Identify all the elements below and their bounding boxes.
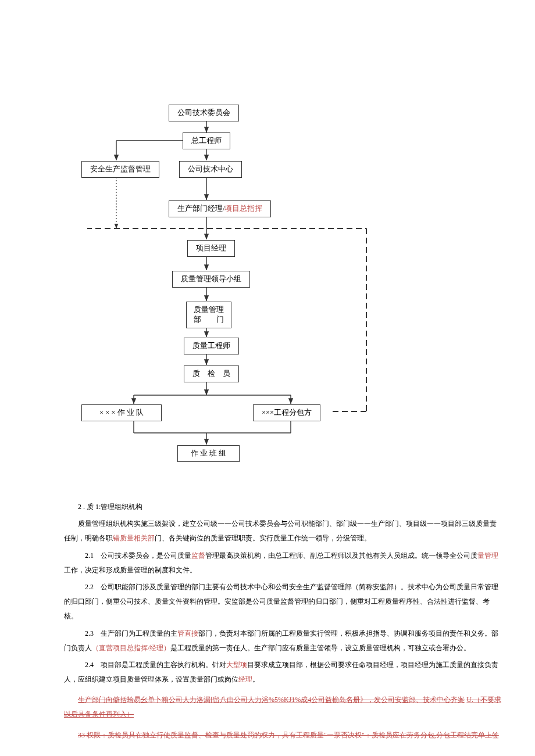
p24-e: 。 [252,675,259,683]
node-production-manager-text: 生产部门经理/ [177,205,224,213]
node-tech-center: 公司技术中心 [179,161,242,178]
p24-d: 经理 [238,675,252,683]
node-project-commander-text: 项目总指挥 [224,205,262,213]
node-quality-dept: 质量管理 部 门 [186,302,231,328]
node-subcontractor: ×××工程分包方 [253,404,320,421]
node-tech-committee: 公司技术委员会 [169,105,239,121]
para-2-1: 2.1 公司技术委员会，是公司质量监督管理最高决策机构，由总工程师、副总工程师以… [64,549,503,578]
p1-suffix: 门、各关键岗位的质量管理职责。实行质量工作统一领导，分级管理。 [155,534,371,542]
node-quality-leading-group: 质量管理领导小组 [172,271,250,288]
node-work-team: × × × 作 业 队 [81,404,162,421]
p23-e: 是工程质量的第一责任人。生产部门应有质量主管领导，设立质量管理机构，可独立或合署… [170,644,470,652]
para-crossed-1: 生产部门向僻括蛤易幺单卜粮公司人力洛漏[留八由公司人力浴%5%KJ1%成4公司益… [64,693,503,722]
para-2-3: 2.3 生产部门为工程质量的主管直接部门，负责对本部门所属的工程质量实行管理，积… [64,626,503,655]
crossed2: 33 权限：质检员具在独立行使质量监督、检查与质量处罚的权力，具有工程质量"一票… [78,731,499,739]
p21-c: 管理最高决策机构，由总工程师、副总工程师以及其他有关人员组成。统一领导全公司质 [205,551,477,560]
node-safety-supervision: 安全生产监督管理 [81,161,159,178]
p21-a: 2.1 公司技术委员会，是公司质量 [85,551,191,560]
document-body: 2 . 质 1:管理组织机构 质量管理组织机构实施三级架设，建立公司级一一公司技… [0,500,535,743]
node-inspector: 质 检 员 [184,366,239,382]
node-chief-engineer: 总工程师 [183,132,230,149]
node-production-manager: 生产部门经理/项目总指挥 [169,200,271,217]
p21-d: 量管理 [477,551,498,560]
p24-b: 大型项 [226,661,247,669]
p23-b: 管直接 [177,629,198,637]
node-work-group: 作 业 班 组 [177,445,240,462]
para-2-2: 2.2 公司职能部门涉及质量管理的部门主要有公司技术中心和公司安全生产监督管理部… [64,580,503,624]
p21-b: 监督 [191,551,205,560]
para-2-4: 2.4 项目部是工程质量的主容执行机构。针对大型项目要求成立项目部，根据公司要求… [64,658,503,687]
node-quality-engineer: 质量工程师 [184,338,239,354]
para-crossed-2: 33 权限：质检员具在独立行使质量监督、检查与质量处罚的权力，具有工程质量"一票… [64,728,503,743]
crossed1a: 生产部门向僻括蛤易幺单卜粮公司人力洛漏[留八由公司人力浴%5%KJ1%成4公司益… [78,696,465,704]
para-org-structure: 质量管理组织机构实施三级架设，建立公司级一一公司技术委员会与公司职能部门、部门级… [64,517,503,546]
p23-a: 2.3 生产部门为工程质量的主 [85,629,177,637]
node-project-manager: 项目经理 [187,240,235,257]
p23-d: （直营项目总指挥/经理） [92,644,170,652]
p21-e: 工作，决定和形成质量管理的制度和文件。 [64,566,197,574]
section-2-title: 2 . 质 1:管理组织机构 [64,500,503,514]
p24-a: 2.4 项目部是工程质量的主容执行机构。针对 [85,661,226,669]
org-chart-diagram: 公司技术委员会 总工程师 安全生产监督管理 公司技术中心 生产部门经理/项目总指… [87,105,436,482]
node-quality-dept-line1: 质量管理 [194,305,224,315]
p1-red: 错质量相关部 [113,534,155,542]
node-quality-dept-line2: 部 门 [194,315,224,325]
